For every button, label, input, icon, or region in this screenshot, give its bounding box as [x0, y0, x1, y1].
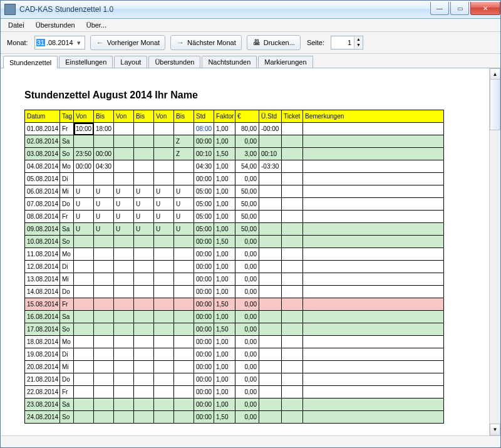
cell[interactable]	[282, 148, 303, 160]
cell[interactable]	[74, 273, 94, 286]
cell[interactable]	[154, 160, 174, 173]
cell[interactable]: Sa	[60, 135, 74, 148]
cell[interactable]: U	[154, 211, 174, 223]
cell[interactable]: 0,00	[235, 286, 259, 298]
cell[interactable]	[94, 348, 114, 361]
cell[interactable]: 1,00	[214, 361, 235, 373]
cell[interactable]: 03.08.2014	[25, 148, 60, 160]
cell[interactable]	[259, 348, 282, 361]
cell[interactable]	[174, 411, 194, 424]
cell[interactable]	[259, 198, 282, 211]
cell[interactable]: 0,00	[235, 361, 259, 373]
chevron-down-icon[interactable]: ▾	[75, 39, 83, 47]
cell[interactable]	[74, 348, 94, 361]
cell[interactable]	[94, 135, 114, 148]
cell[interactable]	[114, 248, 134, 261]
cell[interactable]	[114, 160, 134, 173]
cell[interactable]: 1,00	[214, 348, 235, 361]
cell[interactable]: 04.08.2014	[25, 160, 60, 173]
cell[interactable]: 18.08.2014	[25, 336, 60, 348]
cell[interactable]: 22.08.2014	[25, 386, 60, 399]
cell[interactable]: Di	[60, 173, 74, 185]
cell[interactable]	[303, 185, 444, 198]
cell[interactable]	[114, 411, 134, 424]
table-row[interactable]: 11.08.2014Mo00:001,000,00	[25, 248, 444, 261]
cell[interactable]	[134, 373, 154, 386]
cell[interactable]: 0,00	[235, 411, 259, 424]
cell[interactable]: Z	[174, 148, 194, 160]
cell[interactable]	[174, 123, 194, 135]
date-rest[interactable]: .08.2014	[45, 39, 75, 46]
cell[interactable]: 06.08.2014	[25, 185, 60, 198]
cell[interactable]	[154, 148, 174, 160]
cell[interactable]	[114, 311, 134, 323]
cell[interactable]	[174, 173, 194, 185]
cell[interactable]	[282, 236, 303, 248]
cell[interactable]: 09.08.2014	[25, 223, 60, 236]
cell[interactable]: 0,00	[235, 135, 259, 148]
cell[interactable]: 00:00	[194, 336, 214, 348]
cell[interactable]: 15.08.2014	[25, 298, 60, 311]
timesheet-table[interactable]: DatumTagVonBisVonBisVonBisStdFaktor€Ü.St…	[24, 110, 444, 424]
cell[interactable]	[259, 323, 282, 336]
cell[interactable]: Do	[60, 286, 74, 298]
cell[interactable]: 1,50	[214, 323, 235, 336]
cell[interactable]	[114, 348, 134, 361]
cell[interactable]	[174, 373, 194, 386]
cell[interactable]	[174, 323, 194, 336]
cell[interactable]	[174, 386, 194, 399]
cell[interactable]: 0,00	[235, 323, 259, 336]
cell[interactable]	[303, 248, 444, 261]
cell[interactable]	[282, 261, 303, 273]
cell[interactable]	[134, 411, 154, 424]
cell[interactable]: 3,00	[235, 148, 259, 160]
cell[interactable]	[303, 361, 444, 373]
cell[interactable]: U	[154, 223, 174, 236]
cell[interactable]: U	[94, 198, 114, 211]
cell[interactable]: Mi	[60, 185, 74, 198]
minimize-button[interactable]: ―	[430, 2, 449, 15]
cell[interactable]: 0,00	[235, 236, 259, 248]
cell[interactable]	[134, 399, 154, 411]
cell[interactable]	[174, 286, 194, 298]
cell[interactable]: 23.08.2014	[25, 399, 60, 411]
cell[interactable]: 00:00	[194, 373, 214, 386]
cell[interactable]	[114, 373, 134, 386]
cell[interactable]	[259, 261, 282, 273]
cell[interactable]	[282, 185, 303, 198]
cell[interactable]	[282, 373, 303, 386]
print-button[interactable]: 🖶 Drucken...	[247, 35, 301, 50]
cell[interactable]	[282, 311, 303, 323]
date-day[interactable]: 31	[36, 39, 45, 46]
table-row[interactable]: 13.08.2014Mi00:001,000,00	[25, 273, 444, 286]
cell[interactable]: 00:10	[259, 148, 282, 160]
table-row[interactable]: 04.08.2014Mo00:0004:3004:301,0054,00-03:…	[25, 160, 444, 173]
cell[interactable]: Mi	[60, 361, 74, 373]
cell[interactable]: 18:00	[94, 123, 114, 135]
table-row[interactable]: 01.08.2014Fr10:0018:0008:001,0080,00-00:…	[25, 123, 444, 135]
cell[interactable]: U	[114, 185, 134, 198]
tab-stundenzettel[interactable]: Stundenzettel	[3, 56, 58, 68]
cell[interactable]	[154, 311, 174, 323]
cell[interactable]: Mo	[60, 160, 74, 173]
cell[interactable]	[74, 298, 94, 311]
cell[interactable]: U	[134, 198, 154, 211]
cell[interactable]: 00:00	[194, 361, 214, 373]
table-row[interactable]: 24.08.2014So00:001,500,00	[25, 411, 444, 424]
cell[interactable]	[154, 386, 174, 399]
table-row[interactable]: 20.08.2014Mi00:001,000,00	[25, 361, 444, 373]
cell[interactable]: Fr	[60, 298, 74, 311]
cell[interactable]: Di	[60, 348, 74, 361]
cell[interactable]: 17.08.2014	[25, 323, 60, 336]
cell[interactable]: 14.08.2014	[25, 286, 60, 298]
table-row[interactable]: 15.08.2014Fr00:001,500,00	[25, 298, 444, 311]
cell[interactable]	[74, 411, 94, 424]
scroll-down-icon[interactable]: ▼	[490, 424, 500, 435]
cell[interactable]	[74, 373, 94, 386]
cell[interactable]	[259, 236, 282, 248]
cell[interactable]: 1,50	[214, 148, 235, 160]
cell[interactable]	[282, 160, 303, 173]
cell[interactable]	[259, 286, 282, 298]
cell[interactable]	[94, 261, 114, 273]
cell[interactable]	[114, 286, 134, 298]
